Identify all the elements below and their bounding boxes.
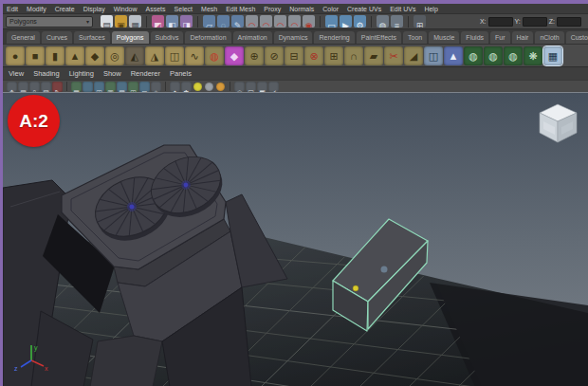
open-scene-icon[interactable]: ▣ — [115, 15, 127, 28]
mirror-geometry-icon[interactable]: ◫ — [424, 46, 443, 65]
grid-toggle-icon[interactable]: ▦ — [71, 82, 82, 92]
render-view-icon[interactable]: ▭ — [325, 15, 338, 28]
grease-pencil-icon[interactable]: ✎ — [52, 82, 63, 92]
subdiv-proxy-icon[interactable]: ◍ — [504, 46, 523, 65]
field-chart-icon[interactable]: ▩ — [117, 82, 127, 92]
tab-toon[interactable]: Toon — [403, 31, 427, 44]
tab-fur[interactable]: Fur — [490, 31, 510, 44]
coordinate-input[interactable] — [523, 17, 547, 27]
menu-item[interactable]: Modify — [27, 6, 46, 12]
menu-item[interactable]: Create — [55, 6, 75, 12]
tab-surfaces[interactable]: Surfaces — [74, 31, 110, 44]
flat-lighting-icon[interactable] — [205, 83, 213, 91]
panel-menu-item[interactable]: Panels — [170, 69, 192, 78]
poly-soccer-ball-icon[interactable]: ◍ — [205, 46, 224, 65]
gate-mask-icon[interactable]: ▣ — [105, 82, 116, 92]
snap-to-grid-icon[interactable]: ◠ — [246, 15, 258, 28]
split-view-icon[interactable]: ≺ — [268, 82, 279, 92]
panel-menu-item[interactable]: Show — [103, 69, 121, 78]
film-gate-icon[interactable]: ▭ — [83, 82, 93, 92]
menu-item[interactable]: Create UVs — [347, 6, 381, 12]
select-lasso-icon[interactable]: ◌ — [217, 15, 230, 28]
menu-item[interactable]: Edit Mesh — [226, 6, 255, 12]
poly-plane-icon[interactable]: ◆ — [85, 46, 104, 65]
safe-action-icon[interactable]: ◫ — [128, 82, 138, 92]
menu-item[interactable]: Window — [114, 6, 138, 12]
tab-animation[interactable]: Animation — [233, 31, 272, 44]
plugin-shapes-icon[interactable]: ◩ — [257, 82, 267, 92]
snap-to-plane-icon[interactable]: ◠ — [288, 15, 301, 28]
menu-item[interactable]: Normals — [289, 6, 314, 12]
menu-item[interactable]: Edit — [7, 6, 18, 12]
poly-cylinder-icon[interactable]: ▮ — [46, 46, 64, 65]
menu-set-selector[interactable]: Polygons ▾ — [6, 16, 93, 28]
poly-pipe-icon[interactable]: ◫ — [165, 46, 184, 65]
select-paint-icon[interactable]: ✎ — [231, 15, 244, 28]
counter-display-icon[interactable]: ≡ — [391, 15, 403, 28]
panel-menu-item[interactable]: Shading — [33, 69, 60, 78]
menu-item[interactable]: Edit UVs — [390, 6, 415, 12]
poly-bevel-icon[interactable]: ◢ — [404, 46, 423, 65]
snap-to-curve-icon[interactable]: ◠ — [260, 15, 272, 28]
tab-curves[interactable]: Curves — [42, 31, 72, 44]
resolution-gate-icon[interactable]: ◳ — [94, 82, 104, 92]
smooth-preview-icon[interactable]: ◍ — [464, 46, 483, 65]
bookmark-icon[interactable]: ▯ — [29, 82, 40, 92]
poly-prism-icon[interactable]: ◭ — [125, 46, 144, 65]
platonic-solid-icon[interactable]: ◆ — [225, 46, 244, 65]
menu-item[interactable]: Help — [424, 6, 437, 12]
menu-item[interactable]: Color — [322, 6, 339, 12]
menu-item[interactable]: Mesh — [201, 6, 217, 12]
menu-item[interactable]: Proxy — [264, 6, 281, 12]
vertex-handle[interactable] — [353, 285, 358, 291]
textured-mode-icon[interactable]: ✱ — [181, 82, 192, 92]
poly-boolean-icon[interactable]: ⊗ — [304, 46, 323, 65]
perspective-viewport[interactable]: y x z A:2 — [3, 92, 588, 386]
pan-zoom-icon[interactable]: ✥ — [7, 82, 17, 92]
shaded-mode-icon[interactable]: ◆ — [170, 82, 180, 92]
tab-hair[interactable]: Hair — [512, 31, 534, 44]
poly-torus-icon[interactable]: ◎ — [105, 46, 124, 65]
poly-append-icon[interactable]: ▰ — [364, 46, 383, 65]
xray-icon[interactable]: ◱ — [246, 82, 256, 92]
tab-subdivs[interactable]: Subdivs — [151, 31, 184, 44]
crease-tool-icon[interactable]: ❋ — [524, 46, 542, 65]
menu-item[interactable]: Assets — [146, 6, 166, 12]
tab-painteffects[interactable]: PaintEffects — [357, 31, 401, 44]
tab-custom[interactable]: Custom — [566, 31, 588, 44]
image-plane-icon[interactable]: ▨ — [41, 82, 51, 92]
select-hierarchy-icon[interactable]: ◩ — [152, 15, 164, 28]
coordinate-input[interactable] — [557, 17, 581, 27]
ipr-render-icon[interactable]: ▶ — [340, 15, 352, 28]
sculpt-icon[interactable]: ◍ — [377, 15, 389, 28]
select-component-icon[interactable]: ◨ — [180, 15, 193, 28]
highlight-selection-icon[interactable]: ▱ — [203, 15, 215, 28]
tab-polygons[interactable]: Polygons — [112, 31, 149, 44]
tab-ncloth[interactable]: nCloth — [535, 31, 563, 44]
snap-to-point-icon[interactable]: ◠ — [274, 15, 286, 28]
poly-merge-icon[interactable]: ⊞ — [324, 46, 343, 65]
viewport-scene[interactable]: y x z — [3, 93, 588, 386]
absolute-transform-icon[interactable]: ⊞ — [413, 15, 426, 28]
select-object-icon[interactable]: ◧ — [166, 15, 178, 28]
tab-rendering[interactable]: Rendering — [314, 31, 354, 44]
tab-muscle[interactable]: Muscle — [429, 31, 459, 44]
poly-bridge-icon[interactable]: ∩ — [344, 46, 363, 65]
smooth-mesh-icon[interactable]: ◍ — [484, 46, 503, 65]
coordinate-input[interactable] — [488, 17, 513, 27]
sculpt-geometry-icon[interactable]: ▦ — [543, 46, 562, 65]
tab-dynamics[interactable]: Dynamics — [274, 31, 313, 44]
render-settings-icon[interactable]: ⚙ — [354, 15, 366, 28]
use-all-lights-icon[interactable] — [193, 83, 202, 91]
new-scene-icon[interactable]: ▤ — [101, 15, 113, 28]
camera-attributes-icon[interactable]: ▤ — [18, 82, 28, 92]
poly-extract-icon[interactable]: ⊟ — [285, 46, 303, 65]
panel-menu-item[interactable]: Lighting — [69, 69, 94, 78]
tab-deformation[interactable]: Deformation — [185, 31, 230, 44]
save-scene-icon[interactable]: ▦ — [129, 15, 141, 28]
tab-fluids[interactable]: Fluids — [461, 31, 488, 44]
poly-separate-icon[interactable]: ⊘ — [265, 46, 284, 65]
poly-cut-icon[interactable]: ✂ — [384, 46, 403, 65]
poly-sphere-icon[interactable]: ● — [6, 46, 25, 65]
poly-pyramid-icon[interactable]: ◮ — [145, 46, 164, 65]
